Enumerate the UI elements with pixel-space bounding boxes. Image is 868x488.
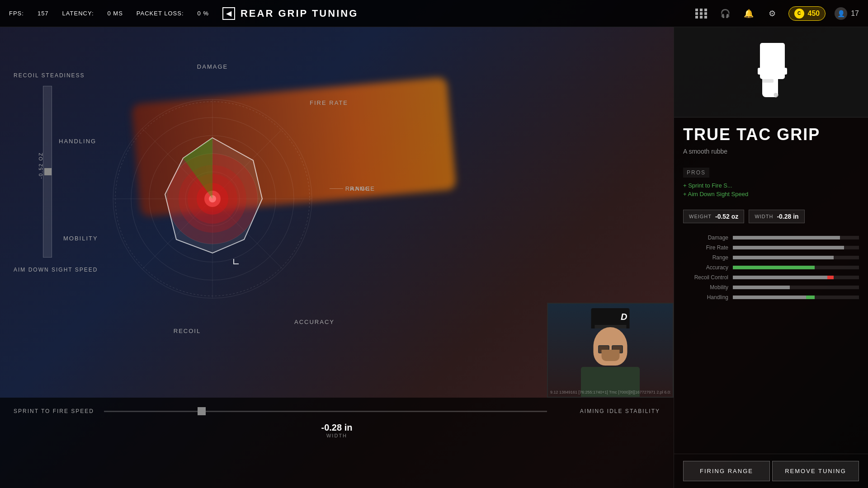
stat-bar-firerate [733, 246, 859, 249]
stream-coords: 9.12 13849161 [76:255:1740+1] Tmc [7000]… [550, 390, 670, 394]
weight-tuning-box: WEIGHT -0.52 oz [683, 210, 744, 223]
streamer-hat: D [591, 308, 630, 328]
attachment-description: A smooth rubbe [674, 145, 868, 163]
beard [601, 350, 619, 361]
stat-name-recoil: Recoil Control [683, 274, 728, 281]
stat-fill-mobility [733, 286, 790, 289]
latency-label: LATENCY: [62, 10, 94, 17]
back-button[interactable]: ◀ REAR GRIP TUNING [222, 7, 358, 20]
streamer-face [594, 327, 627, 366]
stat-fill-recoil-base [733, 276, 827, 279]
fps-info: FPS: 157 LATENCY: 0 MS PACKET LOSS: 0 % [9, 10, 209, 17]
width-tuning-label: WIDTH [755, 214, 773, 219]
svg-rect-19 [758, 68, 787, 75]
radar-label-damage: DAMAGE [197, 63, 228, 70]
radar-label-handling: HANDLING [59, 138, 96, 145]
stat-fill-recoil-delta [827, 276, 834, 279]
slider-thumb [44, 168, 52, 175]
webcam-overlay: D 9.12 13849161 [76:255:1740+1] Tmc [700… [547, 303, 674, 398]
weight-tuning-label: WEIGHT [689, 214, 712, 219]
width-tuning-box: WIDTH -0.28 in [749, 210, 804, 223]
stats-section: Damage Fire Rate Range Accuracy [674, 230, 868, 454]
stat-row-handling: Handling [683, 294, 859, 300]
range-indicator: RANGE [330, 185, 371, 192]
latency-value: 0 MS [108, 10, 123, 17]
top-bar: FPS: 157 LATENCY: 0 MS PACKET LOSS: 0 % … [0, 0, 868, 27]
recoil-steadiness-slider[interactable] [43, 86, 52, 258]
weight-value: -0.52 OZ [38, 152, 43, 178]
radar-container: DAMAGE FIRE RATE RANGE ACCURACY RECOIL M… [54, 63, 371, 334]
currency-display: C 450 [788, 6, 826, 21]
stat-fill-handling-base [733, 296, 806, 299]
weight-vertical-label: -0.52 OZ [38, 152, 43, 178]
main-content: RECOIL STEADINESS -0.52 OZ AIM DOWN SIGH… [0, 27, 868, 488]
stat-name-firerate: Fire Rate [683, 244, 728, 251]
stat-row-damage: Damage [683, 235, 859, 241]
left-panel: RECOIL STEADINESS -0.52 OZ AIM DOWN SIGH… [0, 27, 674, 488]
tuning-values: WEIGHT -0.52 oz WIDTH -0.28 in [674, 203, 868, 230]
player-level-value: 17 [851, 9, 859, 18]
fps-value: 157 [38, 10, 49, 17]
svg-rect-21 [762, 79, 774, 83]
stat-name-damage: Damage [683, 235, 728, 241]
stat-fill-handling-delta [806, 296, 815, 299]
stat-fill-range [733, 256, 834, 259]
streamer-figure: D [548, 304, 673, 397]
radar-label-accuracy: ACCURACY [294, 319, 335, 325]
weight-tuning-value: -0.52 oz [715, 213, 738, 220]
headphones-icon[interactable]: 🎧 [718, 6, 732, 21]
svg-marker-16 [165, 138, 262, 253]
currency-value: 450 [808, 9, 820, 18]
stat-bar-mobility [733, 286, 859, 289]
stat-name-handling: Handling [683, 294, 728, 300]
stat-bar-range [733, 256, 859, 259]
range-label: RANGE [345, 185, 371, 192]
stat-row-range: Range [683, 254, 859, 261]
stat-fill-accuracy [733, 266, 815, 269]
action-buttons: FIRING RANGE REMOVE TUNING [674, 454, 868, 488]
attachment-image-svg [735, 36, 807, 108]
stat-bar-accuracy [733, 266, 859, 269]
radar-label-recoil: RECOIL [174, 328, 201, 334]
packet-loss-value: 0 % [198, 10, 209, 17]
pro-item-1: + Sprint to Fire S... [683, 181, 859, 190]
currency-icon: C [794, 9, 804, 19]
fps-label: FPS: [9, 10, 24, 17]
pro-item-2: + Aim Down Sight Speed [683, 190, 859, 198]
width-tuning-value: -0.28 in [777, 213, 798, 220]
bell-icon[interactable]: 🔔 [741, 6, 756, 21]
packet-loss-label: PACKET LOSS: [137, 10, 184, 17]
stat-fill-damage [733, 236, 840, 239]
grid-menu-icon[interactable] [694, 6, 709, 21]
stat-fill-firerate [733, 246, 844, 249]
stat-row-recoil: Recoil Control [683, 274, 859, 281]
attachment-preview [674, 27, 868, 117]
radar-label-mobility: MOBILITY [63, 235, 98, 242]
stat-name-range: Range [683, 254, 728, 261]
right-panel: TRUE TAC GRIP A smooth rubbe PROS + Spri… [674, 27, 868, 488]
stat-bar-recoil [733, 276, 859, 279]
stat-bar-handling [733, 296, 859, 299]
stat-name-mobility: Mobility [683, 284, 728, 291]
back-arrow-icon[interactable]: ◀ [222, 7, 235, 20]
pros-section: PROS + Sprint to Fire S... + Aim Down Si… [674, 163, 868, 203]
svg-point-22 [774, 93, 778, 97]
stat-bar-damage [733, 236, 859, 239]
top-right-controls: 🎧 🔔 ⚙ C 450 👤 17 [694, 6, 859, 21]
hat-letter: D [621, 312, 627, 322]
settings-icon[interactable]: ⚙ [765, 6, 779, 21]
stat-row-firerate: Fire Rate [683, 244, 859, 251]
attachment-name: TRUE TAC GRIP [674, 117, 868, 145]
player-level: 👤 17 [835, 7, 859, 20]
pros-label: PROS [683, 168, 709, 178]
stat-row-mobility: Mobility [683, 284, 859, 291]
radar-svg [104, 90, 321, 307]
remove-tuning-button[interactable]: REMOVE TUNING [772, 461, 859, 481]
stat-row-accuracy: Accuracy [683, 264, 859, 271]
page-title: REAR GRIP TUNING [241, 8, 358, 19]
firing-range-button[interactable]: FIRING RANGE [683, 461, 770, 481]
player-icon: 👤 [835, 7, 847, 20]
stat-name-accuracy: Accuracy [683, 264, 728, 271]
